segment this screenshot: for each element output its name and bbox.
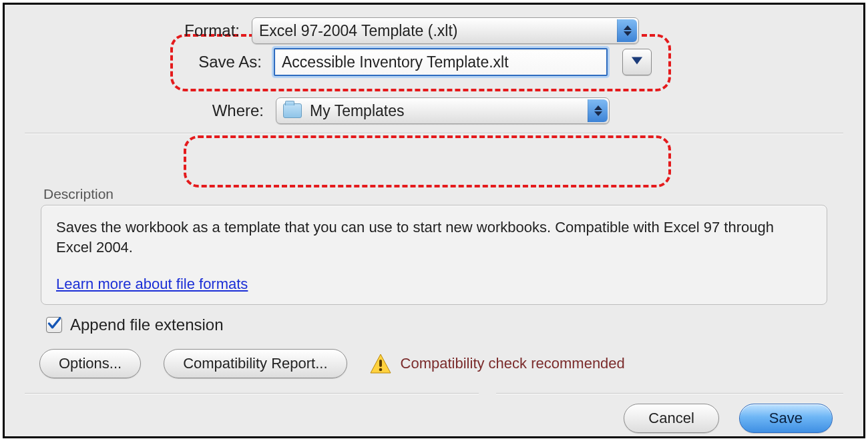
svg-rect-2: [379, 360, 382, 367]
folder-icon: [283, 103, 302, 118]
checkmark-icon: [47, 316, 61, 334]
where-popup[interactable]: My Templates: [276, 97, 610, 124]
save-as-value: Accessible Inventory Template.xlt: [282, 53, 509, 71]
compat-warning-text: Compatibility check recommended: [401, 355, 625, 372]
format-label: Format:: [173, 21, 240, 40]
chevron-down-icon: [630, 55, 644, 69]
popup-arrows-icon: [617, 19, 637, 42]
save-button[interactable]: Save: [739, 404, 833, 433]
options-button[interactable]: Options...: [39, 349, 141, 378]
file-formats-link[interactable]: Learn more about file formats: [56, 276, 248, 293]
save-as-input[interactable]: Accessible Inventory Template.xlt: [274, 48, 608, 76]
append-extension-label: Append file extension: [70, 316, 224, 334]
dialog-window: Save As: Accessible Inventory Template.x…: [3, 3, 865, 438]
where-label: Where:: [198, 101, 264, 120]
append-extension-checkbox[interactable]: [46, 317, 62, 333]
format-popup[interactable]: Excel 97-2004 Template (.xlt): [252, 17, 639, 44]
description-box: Saves the workbook as a template that yo…: [41, 205, 827, 305]
save-as-label: Save As:: [185, 53, 262, 71]
compat-report-button[interactable]: Compatibility Report...: [164, 349, 347, 378]
description-text: Saves the workbook as a template that yo…: [56, 217, 813, 257]
svg-marker-0: [632, 57, 642, 65]
compat-warning: Compatibility check recommended: [370, 354, 625, 374]
cancel-button[interactable]: Cancel: [624, 404, 718, 433]
popup-arrows-icon: [588, 99, 608, 122]
where-value: My Templates: [310, 102, 404, 120]
description-heading: Description: [43, 186, 114, 202]
expand-save-panel-button[interactable]: [622, 49, 652, 75]
svg-point-3: [379, 368, 382, 372]
divider: [25, 393, 843, 394]
format-value: Excel 97-2004 Template (.xlt): [259, 22, 457, 40]
divider: [25, 133, 843, 134]
warning-icon: [370, 354, 391, 374]
annotation-highlight: [184, 135, 671, 187]
